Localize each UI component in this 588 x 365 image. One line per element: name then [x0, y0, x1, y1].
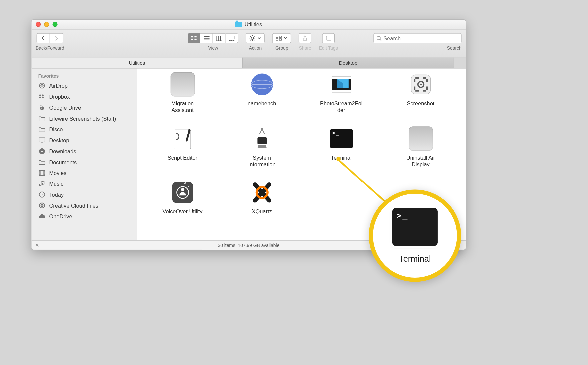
sidebar-item-movies[interactable]: Movies	[32, 168, 137, 179]
movies-icon	[38, 169, 46, 177]
svg-point-26	[41, 205, 42, 206]
xquartz-icon	[248, 179, 275, 206]
app-item-screenshot[interactable]: Screenshot	[387, 71, 454, 113]
app-item-migration-assistant[interactable]: MigrationAssistant	[149, 71, 216, 113]
svg-rect-31	[332, 90, 351, 93]
sidebar-item-music[interactable]: Music	[32, 179, 137, 189]
sidebar-item-label: Dropbox	[49, 93, 70, 100]
svg-rect-38	[257, 137, 267, 144]
tag-icon	[326, 36, 331, 41]
music-icon	[38, 180, 46, 188]
view-gallery-button[interactable]	[226, 33, 238, 43]
new-tab-button[interactable]: +	[454, 58, 466, 68]
svg-rect-8	[229, 40, 231, 41]
view-list-button[interactable]	[201, 33, 213, 43]
window-title-text: Utilities	[244, 21, 262, 28]
app-item-label: Terminal	[331, 155, 352, 161]
sidebar-item-onedrive[interactable]: OneDrive	[32, 211, 137, 222]
folder-icon	[38, 158, 46, 166]
svg-rect-3	[195, 39, 197, 40]
callout-caption: Terminal	[399, 254, 431, 264]
svg-point-11	[251, 37, 254, 40]
forward-button[interactable]	[50, 33, 63, 43]
sidebar-item-label: Disco	[49, 126, 63, 133]
app-item-voiceover-utility[interactable]: VoiceOver Utility	[149, 179, 216, 215]
svg-rect-14	[276, 39, 278, 40]
path-button-icon[interactable]: ✕	[35, 242, 39, 248]
folder-icon	[235, 22, 242, 27]
folder-icon	[38, 126, 46, 133]
edit-tags-button[interactable]	[322, 33, 335, 43]
screenshot-icon	[407, 71, 434, 98]
chevron-down-icon	[284, 37, 287, 40]
svg-point-37	[261, 128, 263, 130]
zoom-button[interactable]	[53, 22, 58, 27]
svg-rect-7	[229, 36, 235, 39]
uninstall-air-display-icon	[407, 125, 434, 152]
gdrive-icon	[38, 104, 46, 111]
view-label: View	[208, 45, 218, 50]
gear-icon	[250, 35, 256, 41]
svg-point-41	[181, 188, 184, 191]
columns-icon	[216, 36, 222, 41]
sidebar: Favorites AirDropDropboxGoogle DriveLife…	[32, 68, 138, 240]
edit-tags-label: Edit Tags	[319, 45, 338, 50]
script-editor-icon	[169, 125, 196, 152]
sidebar-item-documents[interactable]: Documents	[32, 157, 137, 168]
sidebar-item-creative-cloud-files[interactable]: Creative Cloud Files	[32, 200, 137, 211]
tab-desktop[interactable]: Desktop	[243, 58, 454, 68]
sidebar-item-lifewire-screenshots-staff-[interactable]: Lifewire Screenshots (Staff)	[32, 113, 137, 124]
svg-rect-1	[195, 36, 197, 37]
app-item-photostream2folder[interactable]: PhotoStream2Folder	[308, 71, 375, 113]
chevron-left-icon	[41, 36, 45, 41]
view-columns-button[interactable]	[213, 33, 226, 43]
share-button[interactable]	[299, 33, 311, 43]
clock-icon	[38, 191, 46, 198]
app-item-script-editor[interactable]: Script Editor	[149, 125, 216, 168]
close-button[interactable]	[36, 22, 41, 27]
view-icons-button[interactable]	[188, 33, 201, 43]
sidebar-item-dropbox[interactable]: Dropbox	[32, 91, 137, 102]
group-icon	[276, 36, 282, 41]
app-item-system-information[interactable]: SystemInformation	[228, 125, 296, 168]
svg-rect-4	[216, 36, 218, 41]
search-field[interactable]	[373, 33, 462, 43]
toolbar: Back/Forward View	[32, 30, 466, 57]
sidebar-item-desktop[interactable]: Desktop	[32, 135, 137, 146]
downloads-icon	[38, 147, 46, 155]
share-label: Share	[299, 45, 311, 50]
app-item-uninstall-air-display[interactable]: Uninstall AirDisplay	[387, 125, 454, 168]
sidebar-item-google-drive[interactable]: Google Drive	[32, 102, 137, 113]
app-item-namebench[interactable]: namebench	[228, 71, 296, 113]
app-item-label: Screenshot	[407, 100, 434, 107]
app-item-xquartz[interactable]: XQuartz	[228, 179, 296, 215]
search-input[interactable]	[383, 35, 459, 41]
tab-utilities[interactable]: Utilities	[32, 58, 243, 68]
sidebar-item-airdrop[interactable]: AirDrop	[32, 80, 137, 91]
view-segment	[188, 33, 238, 43]
group-button[interactable]	[272, 33, 291, 43]
sidebar-item-downloads[interactable]: Downloads	[32, 146, 137, 157]
app-item-label: SystemInformation	[248, 155, 276, 168]
cloud-icon	[38, 213, 46, 220]
sidebar-item-disco[interactable]: Disco	[32, 124, 137, 135]
action-button[interactable]	[246, 33, 265, 43]
group-label: Group	[275, 45, 288, 50]
svg-rect-0	[191, 36, 193, 37]
app-item-label: Uninstall AirDisplay	[406, 155, 435, 168]
svg-rect-10	[233, 40, 234, 41]
desktop-icon	[38, 137, 46, 144]
sidebar-item-today[interactable]: Today	[32, 189, 137, 200]
sidebar-section-favorites: Favorites	[32, 72, 137, 80]
app-item-label: VoiceOver Utility	[162, 209, 202, 215]
svg-rect-20	[39, 138, 45, 142]
minimize-button[interactable]	[44, 22, 49, 27]
sidebar-item-label: Downloads	[49, 148, 76, 154]
svg-rect-6	[220, 36, 222, 41]
svg-point-16	[377, 36, 380, 39]
dropbox-icon	[38, 93, 46, 100]
svg-rect-13	[279, 36, 281, 37]
folder-icon	[38, 115, 46, 122]
sidebar-item-label: Desktop	[49, 137, 69, 143]
back-button[interactable]	[37, 33, 50, 43]
